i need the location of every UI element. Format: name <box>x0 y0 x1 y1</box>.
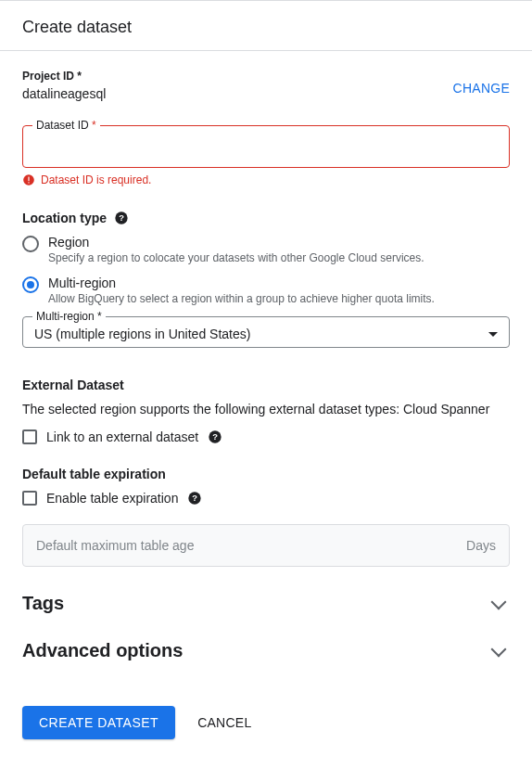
svg-text:?: ? <box>193 493 198 503</box>
default-expiration-heading: Default table expiration <box>22 467 510 481</box>
cancel-button[interactable]: CANCEL <box>197 715 251 730</box>
external-dataset-heading: External Dataset <box>22 378 510 392</box>
panel-header: Create dataset <box>0 0 532 51</box>
change-project-link[interactable]: CHANGE <box>453 81 510 96</box>
max-table-age-input: Default maximum table age Days <box>22 524 510 567</box>
multi-region-select-label: Multi-region * <box>32 310 106 323</box>
chevron-down-icon <box>491 641 507 657</box>
radio-multi-region-label: Multi-region <box>48 276 435 290</box>
svg-rect-1 <box>28 177 29 182</box>
enable-expiration-label: Enable table expiration <box>46 491 178 506</box>
panel-content: Project ID * datalineagesql CHANGE Datas… <box>0 51 532 762</box>
dataset-id-error: Dataset ID is required. <box>22 173 510 186</box>
checkbox-icon <box>22 491 37 506</box>
error-icon <box>22 173 35 186</box>
radio-region-label: Region <box>48 235 424 250</box>
checkbox-icon <box>22 429 37 444</box>
tags-section-toggle[interactable]: Tags <box>22 593 510 614</box>
svg-text:?: ? <box>119 213 124 223</box>
dataset-id-error-text: Dataset ID is required. <box>41 173 151 186</box>
max-table-age-unit: Days <box>466 538 496 553</box>
project-id-value: datalineagesql <box>22 86 106 101</box>
radio-multi-region-desc: Allow BigQuery to select a region within… <box>48 292 435 305</box>
radio-multi-region[interactable]: Multi-region Allow BigQuery to select a … <box>22 276 510 305</box>
panel-title: Create dataset <box>22 18 510 37</box>
external-link-checkbox-row[interactable]: Link to an external dataset ? <box>22 429 510 444</box>
tags-heading: Tags <box>22 593 64 614</box>
dataset-id-label: Dataset ID * <box>32 119 100 132</box>
svg-rect-2 <box>28 182 29 183</box>
external-link-label: Link to an external dataset <box>46 429 198 444</box>
radio-region-desc: Specify a region to colocate your datase… <box>48 251 424 264</box>
project-id-row: Project ID * datalineagesql CHANGE <box>22 70 510 101</box>
advanced-options-toggle[interactable]: Advanced options <box>22 640 510 661</box>
external-dataset-desc: The selected region supports the followi… <box>22 402 510 417</box>
dataset-id-input[interactable] <box>34 139 498 154</box>
radio-region[interactable]: Region Specify a region to colocate your… <box>22 235 510 264</box>
radio-icon <box>22 236 39 252</box>
enable-expiration-checkbox-row[interactable]: Enable table expiration ? <box>22 491 510 506</box>
help-icon[interactable]: ? <box>114 211 129 225</box>
svg-text:?: ? <box>212 432 218 442</box>
dataset-id-field[interactable]: Dataset ID * <box>22 125 510 168</box>
multi-region-select[interactable]: Multi-region * US (multiple regions in U… <box>22 316 510 348</box>
location-type-heading: Location type ? <box>22 211 510 225</box>
radio-icon <box>22 276 39 293</box>
max-table-age-placeholder: Default maximum table age <box>36 538 194 553</box>
help-icon[interactable]: ? <box>187 491 202 506</box>
multi-region-select-value: US (multiple regions in United States) <box>34 327 250 341</box>
chevron-down-icon <box>491 594 507 609</box>
help-icon[interactable]: ? <box>208 429 222 444</box>
advanced-options-heading: Advanced options <box>22 640 183 661</box>
dropdown-arrow-icon <box>488 332 498 337</box>
project-id-label: Project ID * <box>22 70 106 83</box>
action-buttons: CREATE DATASET CANCEL <box>22 706 510 739</box>
create-dataset-button[interactable]: CREATE DATASET <box>22 706 175 739</box>
